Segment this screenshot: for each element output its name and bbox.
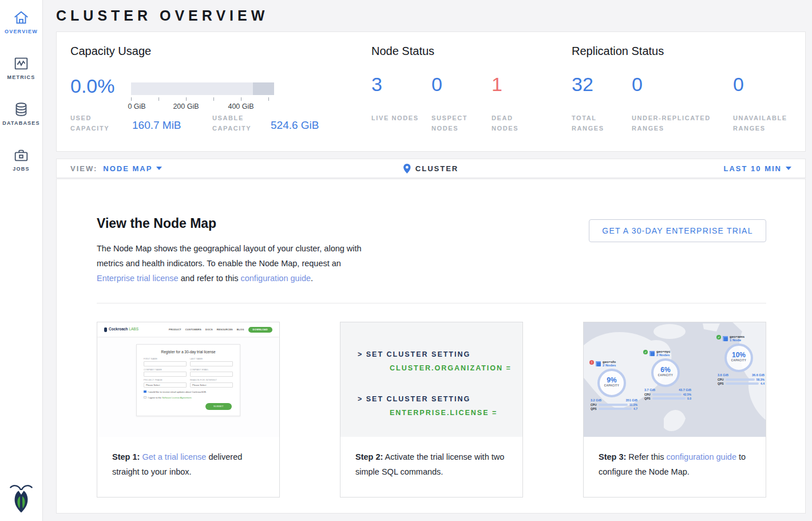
mini-checkbox-checked bbox=[144, 390, 146, 393]
mini-nav-item: RESOURCES bbox=[217, 328, 233, 331]
step2-card: > SET CLUSTER SETTING CLUSTER.ORGANIZATI… bbox=[340, 322, 523, 498]
region-node-count: 2 Nodes bbox=[603, 364, 616, 367]
donut-label: CAPACITY bbox=[653, 374, 678, 377]
sidebar-item-label: DATABASES bbox=[0, 120, 43, 126]
capacity-axis-labels: 0 GiB 200 GiB 400 GiB bbox=[131, 102, 275, 112]
qps-value: 4.4 bbox=[760, 382, 765, 385]
check-icon: ✓ bbox=[643, 350, 648, 354]
replication-status-title: Replication Status bbox=[572, 45, 664, 58]
dead-nodes-label: DEAD NODES bbox=[492, 113, 540, 133]
mini-field-label: COMPANY EMAIL bbox=[190, 369, 233, 371]
mini-nav-item: PRODUCT bbox=[169, 328, 181, 331]
mini-form-title: Register for a 30-day trial license bbox=[144, 350, 233, 354]
tick-label: 200 GiB bbox=[173, 102, 199, 110]
total-ranges-value: 32 bbox=[572, 73, 593, 96]
page-title: CLUSTER OVERVIEW bbox=[56, 7, 268, 24]
get-enterprise-trial-button[interactable]: GET A 30-DAY ENTERPRISE TRIAL bbox=[589, 219, 766, 242]
cpu-label: CPU bbox=[718, 378, 724, 381]
donut-label: CAPACITY bbox=[600, 384, 624, 387]
region-total: 351 GiB bbox=[626, 398, 637, 402]
step-number: Step 2: bbox=[355, 452, 383, 461]
map-region-nyc: ✓ geo=nyc2 Nodes 6% CAPACITY 3.7 GiB43.7… bbox=[643, 350, 692, 401]
mini-input bbox=[190, 372, 233, 377]
step1-caption: Step 1: Get a trial license delivered st… bbox=[97, 437, 279, 479]
total-ranges-label: TOTAL RANGES bbox=[572, 113, 620, 133]
mini-field-label: FIRST NAME bbox=[144, 358, 187, 360]
live-nodes-label: LIVE NODES bbox=[371, 113, 420, 123]
cpu-bar bbox=[652, 393, 682, 396]
mini-checkbox-label: I would like to receive email updates ab… bbox=[148, 390, 207, 393]
region-total: 43.7 GiB bbox=[679, 388, 691, 392]
capacity-usage-title: Capacity Usage bbox=[70, 45, 151, 58]
divider bbox=[97, 303, 766, 303]
capacity-bar-reserved bbox=[253, 82, 275, 95]
node-map-description: The Node Map shows the geographical layo… bbox=[97, 241, 363, 286]
mini-nav-item: DOCS bbox=[205, 328, 213, 331]
time-range-value: LAST 10 MIN bbox=[724, 164, 782, 173]
used-capacity-label: USED CAPACITY bbox=[70, 113, 125, 133]
sidebar-item-databases[interactable]: DATABASES bbox=[0, 92, 43, 137]
briefcase-icon bbox=[13, 147, 30, 164]
configuration-guide-link[interactable]: configuration guide bbox=[666, 452, 736, 461]
node-cube-icon bbox=[596, 361, 601, 366]
chevron-down-icon bbox=[156, 167, 162, 170]
dead-nodes-value: 1 bbox=[492, 73, 502, 96]
sidebar-item-label: METRICS bbox=[0, 74, 43, 80]
description-text: . bbox=[311, 274, 313, 283]
configuration-guide-link[interactable]: configuration guide bbox=[240, 274, 311, 283]
sidebar-item-metrics[interactable]: METRICS bbox=[0, 46, 43, 92]
sql-line: > SET CLUSTER SETTING bbox=[358, 392, 522, 406]
mini-input bbox=[144, 372, 187, 377]
step1-card: Cockroach LABS PRODUCT CUSTOMERS DOCS RE… bbox=[97, 322, 280, 498]
node-map-preview: ! geo=sfo2 Nodes 9% CAPACITY 3.2 GiB351 … bbox=[584, 322, 766, 437]
view-bar: VIEW: NODE MAP CLUSTER LAST 10 MIN bbox=[56, 159, 806, 178]
step3-card: ! geo=sfo2 Nodes 9% CAPACITY 3.2 GiB351 … bbox=[583, 322, 766, 498]
get-trial-license-link[interactable]: Get a trial license bbox=[142, 452, 206, 461]
sidebar: OVERVIEW METRICS DATABASES JOBS bbox=[0, 0, 43, 521]
usable-capacity-value: 524.6 GiB bbox=[271, 119, 319, 132]
step-number: Step 3: bbox=[599, 452, 626, 461]
tick-label: 0 GiB bbox=[128, 102, 145, 110]
mini-checkbox-label: I agree to the Software License Agreemen… bbox=[148, 396, 192, 399]
location-pin-icon bbox=[403, 164, 411, 173]
tick-label: 400 GiB bbox=[228, 102, 253, 110]
donut-label: CAPACITY bbox=[727, 359, 751, 362]
capacity-donut: 9% CAPACITY bbox=[597, 369, 626, 397]
stats-panel: Capacity Usage 0.0% 0 GiB 200 GiB 400 Gi… bbox=[56, 31, 806, 152]
description-text: The Node Map shows the geographical layo… bbox=[97, 244, 362, 268]
node-status-title: Node Status bbox=[371, 45, 434, 58]
time-range-dropdown[interactable]: LAST 10 MIN bbox=[724, 164, 791, 173]
view-label: VIEW: bbox=[70, 164, 97, 173]
mini-bug-icon bbox=[104, 327, 107, 332]
sidebar-item-overview[interactable]: OVERVIEW bbox=[0, 0, 43, 46]
qps-bar bbox=[726, 382, 759, 385]
home-icon bbox=[13, 9, 30, 26]
cpu-bar bbox=[599, 404, 628, 406]
under-replicated-ranges-label: UNDER-REPLICATED RANGES bbox=[632, 113, 723, 133]
capacity-percent: 0.0% bbox=[70, 75, 115, 97]
capacity-bar bbox=[131, 82, 274, 95]
qps-bar bbox=[652, 397, 686, 400]
mini-nav-item: BLOG bbox=[237, 328, 244, 331]
mini-input bbox=[144, 361, 187, 366]
cpu-value: 42.5% bbox=[683, 393, 691, 396]
caption-text: Refer this bbox=[626, 452, 666, 461]
step2-caption: Step 2: Activate the trial license with … bbox=[340, 437, 522, 479]
view-selector-dropdown[interactable]: NODE MAP bbox=[103, 164, 162, 173]
registration-screenshot: Cockroach LABS PRODUCT CUSTOMERS DOCS RE… bbox=[97, 322, 279, 437]
enterprise-trial-license-link[interactable]: Enterprise trial license bbox=[97, 274, 179, 283]
mini-field-label: COMPANY NAME bbox=[144, 369, 187, 371]
cluster-breadcrumb: CLUSTER bbox=[403, 164, 458, 173]
qps-label: QPS bbox=[718, 382, 724, 385]
region-used: 3.6 GiB bbox=[718, 373, 728, 377]
mini-input bbox=[190, 361, 233, 366]
donut-percent: 6% bbox=[653, 366, 678, 374]
capacity-axis-ticks bbox=[131, 97, 275, 101]
mini-nav-item: CUSTOMERS bbox=[185, 328, 201, 331]
sidebar-item-jobs[interactable]: JOBS bbox=[0, 137, 43, 183]
database-icon bbox=[13, 101, 30, 118]
node-cube-icon bbox=[649, 351, 655, 356]
qps-value: 0.0 bbox=[687, 397, 691, 400]
mini-select: Please Select bbox=[144, 382, 187, 388]
node-map-heading: View the Node Map bbox=[97, 216, 216, 231]
